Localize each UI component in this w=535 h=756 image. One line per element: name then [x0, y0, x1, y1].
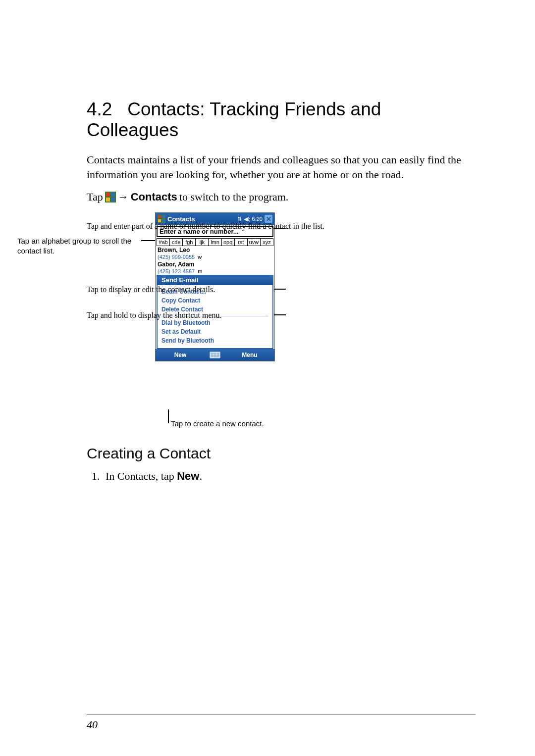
menu-button[interactable]: Menu — [225, 352, 274, 358]
contact-phone: (425) 123-4567 — [158, 268, 195, 274]
context-menu-item[interactable]: Send by Bluetooth — [161, 336, 268, 345]
contact-name: Brown, Leo — [158, 247, 272, 253]
tap-suffix: to switch to the program. — [179, 191, 289, 203]
callout-line — [168, 409, 169, 423]
callout-right-bottom: Tap and hold to display the shortcut men… — [87, 310, 222, 321]
callout-left-line — [141, 240, 155, 241]
tap-instruction: Tap → Contacts to switch to the program. — [87, 191, 476, 203]
context-menu-header[interactable]: Send E-mail — [157, 275, 273, 285]
contact-name: Gabor, Adam — [158, 261, 272, 268]
step-prefix: In Contacts, tap — [106, 470, 177, 482]
contact-row[interactable]: Gabor, Adam (425) 123-4567m — [156, 260, 274, 275]
contact-phone: (425) 999-0055 — [158, 254, 195, 260]
contact-row[interactable]: Brown, Leo (425) 999-0055w — [156, 246, 274, 260]
screenshot-diagram: Tap an alphabet group to scroll the cont… — [87, 212, 463, 430]
alpha-group[interactable]: fgh — [183, 239, 196, 246]
device-bottom-bar: New Menu — [156, 349, 274, 361]
section-title-text: Contacts: Tracking Friends and Colleague… — [87, 99, 381, 140]
callout-line — [274, 289, 286, 290]
context-menu-item[interactable]: Set as Default — [161, 327, 268, 336]
callout-left: Tap an alphabet group to scroll the cont… — [17, 236, 141, 255]
alpha-group[interactable]: lmn — [209, 239, 221, 246]
alpha-group[interactable]: opq — [222, 239, 235, 246]
tap-prefix: Tap — [87, 191, 103, 203]
page-number: 40 — [87, 718, 98, 731]
tap-menu: Contacts — [131, 191, 177, 203]
alpha-group[interactable]: cde — [170, 239, 183, 246]
section-heading: 4.2 Contacts: Tracking Friends and Colle… — [87, 99, 476, 141]
alpha-group[interactable]: ijk — [196, 239, 209, 246]
contact-type: m — [198, 268, 202, 274]
start-icon — [105, 192, 116, 202]
alpha-group[interactable]: rst — [235, 239, 248, 246]
alpha-group[interactable]: #ab — [157, 239, 170, 246]
alpha-group[interactable]: xyz — [261, 239, 273, 246]
step-item: In Contacts, tap New. — [103, 470, 476, 483]
callout-line — [274, 314, 286, 315]
callout-right-mid: Tap to display or edit the contact detai… — [87, 285, 215, 295]
steps-list: In Contacts, tap New. — [90, 470, 476, 483]
step-button: New — [177, 470, 199, 482]
arrow-icon: → — [118, 191, 129, 203]
alpha-group[interactable]: uvw — [248, 239, 261, 246]
step-suffix: . — [199, 470, 202, 482]
footer-rule — [87, 714, 476, 714]
context-menu-item[interactable]: Copy Contact — [161, 296, 268, 305]
callout-bottom: Tap to create a new contact. — [171, 419, 264, 428]
callout-right-top: Tap and enter part of a name or number t… — [87, 221, 324, 232]
alphabet-group-row[interactable]: #ab cde fgh ijk lmn opq rst uvw xyz — [157, 238, 273, 246]
subheading: Creating a Contact — [87, 445, 476, 462]
section-number: 4.2 — [87, 99, 112, 119]
new-button[interactable]: New — [156, 352, 205, 358]
contact-type: w — [198, 254, 202, 260]
keyboard-button[interactable] — [205, 352, 225, 358]
keyboard-icon — [210, 352, 220, 358]
intro-paragraph: Contacts maintains a list of your friend… — [87, 152, 476, 182]
